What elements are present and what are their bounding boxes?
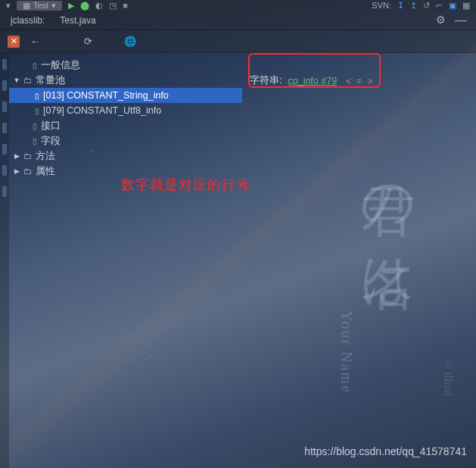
window-icon[interactable]: ▣ — [449, 1, 456, 11]
globe-icon[interactable]: 🌐 — [124, 36, 136, 47]
jclasslib-toolbar: ✕ ← ⟳ 🌐 — [0, 30, 476, 53]
revert-icon[interactable]: ⤺ — [436, 1, 443, 11]
tree-node-constant-079[interactable]: ▯ [079] CONSTANT_Utf8_info — [9, 103, 242, 118]
run-icon[interactable]: ▶ — [68, 1, 74, 11]
svn-label: SVN: — [372, 1, 391, 10]
close-icon[interactable]: ✕ — [8, 36, 20, 48]
commit-icon[interactable]: ↥ — [410, 1, 417, 11]
file-icon: ▯ — [33, 137, 37, 145]
folder-icon: 🗀 — [23, 76, 32, 85]
file-icon: ▯ — [33, 122, 37, 130]
refresh-icon[interactable]: ⟳ — [84, 36, 92, 47]
folder-icon: 🗀 — [23, 151, 32, 161]
editor-tabs: jclasslib: Test.java ⚙ — — [0, 11, 476, 30]
gutter-strip — [0, 53, 9, 468]
file-icon: ▯ — [35, 92, 39, 100]
main-toolbar: ▾ ▦ Test ▾ ▶ ⬤ ◐ ◳ ■ SVN: ↧ ↥ ↺ ⤺ ▣ ▦ — [0, 0, 476, 11]
highlight-box — [248, 53, 381, 88]
tool-icon[interactable]: ▦ — [462, 1, 470, 11]
chevron-down-icon: ▼ — [12, 76, 21, 84]
tab-test-java[interactable]: Test.java — [52, 12, 103, 29]
minimize-icon[interactable]: — — [455, 14, 467, 27]
stop-icon[interactable]: ■ — [123, 1, 128, 10]
back-icon[interactable]: ← — [30, 36, 40, 47]
run-config-selector[interactable]: ▦ Test ▾ — [17, 1, 62, 11]
chevron-down-icon: ▾ — [51, 1, 56, 11]
chevron-right-icon: ▶ — [12, 167, 21, 175]
file-icon: ▯ — [35, 107, 39, 115]
debug-icon[interactable]: ⬤ — [80, 1, 89, 11]
update-icon[interactable]: ↧ — [397, 1, 404, 11]
chevron-down-icon[interactable]: ▾ — [6, 1, 11, 11]
tree-node-general[interactable]: ▯ 一般信息 — [9, 58, 242, 73]
history-icon[interactable]: ↺ — [423, 1, 430, 11]
folder-icon: 🗀 — [23, 167, 32, 176]
tree-node-constant-pool[interactable]: ▼ 🗀 常量池 — [9, 73, 242, 88]
file-icon: ▯ — [33, 61, 37, 70]
gear-icon[interactable]: ⚙ — [436, 14, 446, 27]
profile-icon[interactable]: ◳ — [109, 1, 117, 11]
tree-node-interfaces[interactable]: ▯ 接口 — [9, 118, 242, 133]
detail-panel: 字符串: cp_info #79 < = > — [242, 53, 476, 468]
chevron-right-icon: ▶ — [12, 152, 21, 160]
tab-jclasslib[interactable]: jclasslib: — [3, 12, 52, 29]
tree-node-fields[interactable]: ▯ 字段 — [9, 133, 242, 148]
coverage-icon[interactable]: ◐ — [95, 1, 103, 11]
run-config-label: Test — [33, 1, 48, 10]
watermark: https://blog.csdn.net/qq_41578741 — [304, 445, 467, 457]
tree-node-constant-013[interactable]: ▯ [013] CONSTANT_String_info — [9, 88, 242, 103]
class-structure-tree: ▯ 一般信息 ▼ 🗀 常量池 ▯ [013] CONSTANT_String_i… — [9, 53, 242, 468]
tree-node-methods[interactable]: ▶ 🗀 方法 — [9, 148, 242, 164]
annotation-text: 数字就是对应的行号 — [121, 176, 250, 194]
run-config-icon: ▦ — [23, 1, 30, 11]
